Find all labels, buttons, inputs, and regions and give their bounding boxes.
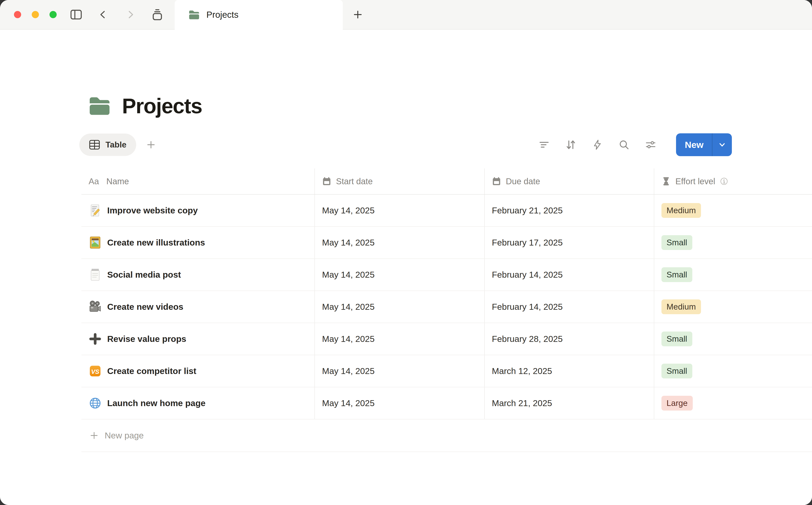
new-button-label: New — [685, 140, 703, 150]
cell-name[interactable]: VS Create competitor list — [82, 355, 314, 387]
heavy-plus-emoji — [89, 332, 102, 345]
cell-name[interactable]: Launch new home page — [82, 387, 314, 419]
new-button-dropdown[interactable] — [712, 133, 732, 156]
view-tab-label: Table — [106, 140, 126, 149]
cell-effort-level[interactable]: Small — [654, 323, 812, 355]
effort-badge: Small — [661, 332, 692, 347]
lightning-icon — [592, 139, 603, 150]
cell-start-date[interactable]: May 14, 2025 — [314, 355, 484, 387]
cell-name[interactable]: Create new illustrations — [82, 227, 314, 259]
calendar-icon — [492, 177, 501, 186]
cell-effort-level[interactable]: Small — [654, 355, 812, 387]
effort-badge: Small — [661, 235, 692, 250]
cell-due-date[interactable]: March 21, 2025 — [484, 387, 654, 419]
table-row: VS Create competitor list May 14, 2025 M… — [82, 355, 812, 387]
cell-effort-level[interactable]: Medium — [654, 195, 812, 226]
cell-due-date[interactable]: March 12, 2025 — [484, 355, 654, 387]
cell-due-date[interactable]: February 14, 2025 — [484, 259, 654, 291]
add-view-button[interactable] — [145, 138, 157, 151]
view-tab-table[interactable]: Table — [79, 134, 136, 156]
search-icon — [618, 139, 630, 150]
sidebar-toggle-icon[interactable] — [70, 8, 83, 21]
sort-icon — [565, 139, 576, 150]
cell-effort-level[interactable]: Medium — [654, 291, 812, 323]
plus-icon — [90, 431, 99, 440]
minimize-button[interactable] — [32, 11, 39, 18]
tab-stack-icon[interactable] — [151, 8, 164, 21]
database-table: Aa Name Start date — [82, 168, 812, 452]
info-icon[interactable] — [720, 177, 728, 185]
hourglass-icon — [661, 177, 671, 186]
cell-effort-level[interactable]: Large — [654, 387, 812, 419]
folder-icon — [188, 10, 199, 20]
new-page-button[interactable]: New page — [82, 419, 812, 452]
vs-emoji: VS — [89, 364, 102, 378]
tab-bar: Projects — [0, 0, 812, 30]
new-page-label: New page — [105, 431, 144, 441]
cell-name[interactable]: Social media post — [82, 259, 314, 291]
cell-start-date[interactable]: May 14, 2025 — [314, 323, 484, 355]
table-row: Launch new home page May 14, 2025 March … — [82, 387, 812, 419]
page-content: Projects Table — [0, 94, 812, 505]
window-controls — [0, 0, 70, 29]
page-title: Projects — [122, 94, 202, 118]
text-property-icon: Aa — [89, 177, 102, 186]
cell-start-date[interactable]: May 14, 2025 — [314, 227, 484, 259]
effort-badge: Medium — [661, 299, 701, 314]
forward-icon[interactable] — [124, 8, 137, 21]
table-row: Create new illustrations May 14, 2025 Fe… — [82, 227, 812, 259]
effort-badge: Large — [661, 396, 693, 411]
cell-name[interactable]: Improve website copy — [82, 195, 314, 226]
cell-start-date[interactable]: May 14, 2025 — [314, 195, 484, 226]
tab-projects[interactable]: Projects — [175, 0, 343, 30]
column-header-effort-level[interactable]: Effort level — [654, 168, 812, 194]
column-header-due-date[interactable]: Due date — [484, 168, 654, 194]
cell-effort-level[interactable]: Small — [654, 227, 812, 259]
svg-text:VS: VS — [91, 368, 99, 375]
movie-camera-emoji — [89, 300, 102, 313]
back-icon[interactable] — [97, 8, 110, 21]
cell-due-date[interactable]: February 28, 2025 — [484, 323, 654, 355]
table-row: Revise value props May 14, 2025 February… — [82, 323, 812, 355]
cell-start-date[interactable]: May 14, 2025 — [314, 259, 484, 291]
svg-text:Aa: Aa — [89, 177, 99, 186]
new-record-button: New — [676, 133, 732, 156]
cell-start-date[interactable]: May 14, 2025 — [314, 291, 484, 323]
cell-due-date[interactable]: February 17, 2025 — [484, 227, 654, 259]
app-window: Projects Projects — [0, 0, 812, 505]
chevron-down-icon — [718, 141, 726, 149]
calendar-icon — [322, 177, 331, 186]
automation-button[interactable] — [591, 138, 604, 151]
search-button[interactable] — [618, 138, 630, 151]
new-tab-button[interactable] — [348, 0, 367, 29]
cell-start-date[interactable]: May 14, 2025 — [314, 387, 484, 419]
column-header-start-date[interactable]: Start date — [314, 168, 484, 194]
view-settings-button[interactable] — [644, 138, 657, 151]
effort-badge: Small — [661, 364, 692, 379]
cell-name[interactable]: Revise value props — [82, 323, 314, 355]
table-header-row: Aa Name Start date — [82, 168, 812, 195]
cell-due-date[interactable]: February 14, 2025 — [484, 291, 654, 323]
database-toolbar: Table — [79, 133, 732, 156]
zoom-button[interactable] — [49, 11, 57, 18]
table-row: Create new videos May 14, 2025 February … — [82, 291, 812, 323]
sort-button[interactable] — [564, 138, 577, 151]
spiral-notepad-emoji — [89, 268, 102, 281]
new-button[interactable]: New — [676, 133, 712, 156]
filter-button[interactable] — [538, 138, 550, 151]
framed-picture-emoji — [89, 236, 102, 249]
close-button[interactable] — [14, 11, 21, 18]
page-header: Projects — [89, 94, 812, 118]
table-row: Improve website copy May 14, 2025 Februa… — [82, 195, 812, 227]
table-row: Social media post May 14, 2025 February … — [82, 259, 812, 291]
globe-emoji — [89, 396, 102, 410]
effort-badge: Small — [661, 267, 692, 282]
plus-icon — [146, 140, 156, 150]
tab-title: Projects — [207, 10, 239, 20]
filter-icon — [538, 139, 550, 150]
column-header-name[interactable]: Aa Name — [82, 168, 314, 194]
cell-effort-level[interactable]: Small — [654, 259, 812, 291]
cell-name[interactable]: Create new videos — [82, 291, 314, 323]
sliders-icon — [645, 139, 656, 150]
cell-due-date[interactable]: February 21, 2025 — [484, 195, 654, 226]
